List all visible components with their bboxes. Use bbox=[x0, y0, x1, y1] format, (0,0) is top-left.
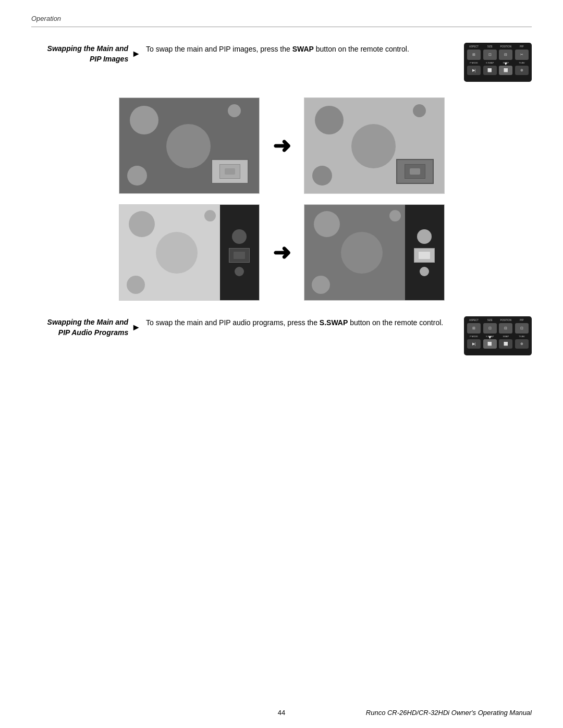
rc-btn-position: ⊟ bbox=[499, 50, 512, 60]
diag-1-after bbox=[304, 97, 445, 194]
diag2-before-side bbox=[220, 205, 259, 300]
circle bbox=[389, 210, 401, 221]
circle bbox=[314, 211, 340, 237]
rc2-bottom-buttons: ▶| ⬜ ▼ ⬜ ⊕ bbox=[467, 339, 529, 349]
rc-btn2-sswap: ⬜ bbox=[483, 66, 497, 75]
rc2-btn2-sswap: ⬜ ▼ bbox=[483, 339, 497, 349]
rc-top-buttons: ⊞ ⊡ ⊟ ✂ bbox=[467, 50, 529, 60]
rc-btn2-tvav: ⊕ bbox=[515, 66, 529, 75]
section1-text: To swap the main and PIP images, press t… bbox=[146, 43, 454, 55]
header-label: Operation bbox=[31, 15, 61, 22]
side-circle bbox=[232, 229, 247, 244]
section2-label: Swapping the Main and PIP Audio Programs… bbox=[31, 316, 146, 338]
section2-label-text: Swapping the Main and PIP Audio Programs bbox=[47, 317, 129, 338]
section2-arrow-icon: ► bbox=[131, 322, 141, 333]
circle bbox=[312, 166, 332, 186]
diag-2-after bbox=[304, 204, 445, 301]
side-rect bbox=[229, 248, 250, 263]
page-number: 44 bbox=[278, 709, 285, 717]
rc2-btn-aspect: ⊞ bbox=[467, 323, 481, 334]
circle bbox=[127, 166, 147, 186]
diagram-row-2: ➜ bbox=[119, 204, 445, 301]
circle bbox=[228, 104, 241, 117]
page-header: Operation bbox=[0, 0, 563, 27]
section1-label-text: Swapping the Main and PIP Images bbox=[47, 44, 129, 64]
circle bbox=[129, 211, 155, 237]
rc2-btn2-pmode: ▶| bbox=[467, 339, 481, 349]
rc-bottom-buttons: ▶| ⬜ ⬜ ▼ ⊕ bbox=[467, 66, 529, 75]
rc-btn-size: ⊡ bbox=[483, 50, 497, 60]
circle bbox=[312, 276, 330, 294]
rc2-top-buttons: ⊞ ⊡ ⊟ ⊡ bbox=[467, 323, 529, 334]
side-circle2 bbox=[235, 267, 244, 276]
section2-text: To swap the main and PIP audio programs,… bbox=[146, 316, 454, 328]
rc2-btn2-swap: ⬜ bbox=[499, 339, 512, 349]
section2-body: To swap the main and PIP audio programs,… bbox=[146, 316, 532, 355]
circle bbox=[127, 276, 145, 294]
rc-btn2-pmode: ▶| bbox=[467, 66, 481, 75]
remote-control-2: ASPECT SIZE POSITION PIP ⊞ ⊡ ⊟ ⊡ P MODE … bbox=[464, 316, 532, 355]
circle bbox=[315, 106, 344, 134]
rc2-btn-size: ⊡ bbox=[483, 323, 497, 334]
rc2-btn2-tvav: ⊕ bbox=[515, 339, 529, 349]
diagram-arrow-2: ➜ bbox=[273, 240, 291, 265]
diag2-after-main bbox=[304, 205, 405, 300]
rc-btn-aspect: ⊞ bbox=[467, 50, 481, 60]
rc-bottom-labels: P MODE S SWAP SWAP TV/AV bbox=[467, 61, 529, 64]
circle bbox=[130, 106, 158, 134]
after-side-rect bbox=[414, 248, 435, 263]
circle bbox=[156, 232, 198, 274]
pip-window-small-after bbox=[396, 159, 434, 184]
section1-body: To swap the main and PIP images, press t… bbox=[146, 43, 532, 82]
circle bbox=[166, 124, 211, 168]
section1-label: Swapping the Main and PIP Images ► bbox=[31, 43, 146, 64]
after-side-circle2 bbox=[420, 267, 429, 276]
diagram-row-1: ➜ bbox=[119, 97, 445, 194]
diag-2-before bbox=[119, 204, 260, 301]
rc-top-labels: ASPECT SIZE POSITION PIP bbox=[467, 45, 529, 48]
circle bbox=[204, 210, 216, 221]
diag2-before-main bbox=[119, 205, 220, 300]
diag-1-before bbox=[119, 97, 260, 194]
circle bbox=[351, 124, 396, 168]
after-side-circle bbox=[417, 229, 432, 244]
rc2-btn-position: ⊟ bbox=[499, 323, 512, 334]
circle bbox=[341, 232, 383, 274]
section1-arrow-icon: ► bbox=[131, 48, 141, 59]
rc2-bottom-labels: P MODE S SWAP SWAP TV/AV bbox=[467, 335, 529, 338]
main-content: Swapping the Main and PIP Images ► To sw… bbox=[0, 27, 563, 355]
pip-window-small bbox=[211, 159, 249, 184]
remote-control-1: ASPECT SIZE POSITION PIP ⊞ ⊡ ⊟ ✂ P MODE … bbox=[464, 43, 532, 82]
diag2-after-side bbox=[405, 205, 444, 300]
section-swap-pip-images: Swapping the Main and PIP Images ► To sw… bbox=[31, 43, 532, 82]
section-swap-pip-audio: Swapping the Main and PIP Audio Programs… bbox=[31, 316, 532, 355]
footer-manual-title: Runco CR-26HD/CR-32HDi Owner's Operating… bbox=[366, 709, 532, 717]
diagram-arrow-1: ➜ bbox=[273, 133, 291, 158]
rc2-btn-pip: ⊡ bbox=[515, 323, 529, 334]
rc2-top-labels: ASPECT SIZE POSITION PIP bbox=[467, 319, 529, 322]
diagrams-area: ➜ bbox=[31, 97, 532, 301]
circle bbox=[413, 104, 426, 117]
rc-btn-pip: ✂ bbox=[515, 50, 529, 60]
rc-btn2-swap: ⬜ ▼ bbox=[499, 66, 512, 75]
